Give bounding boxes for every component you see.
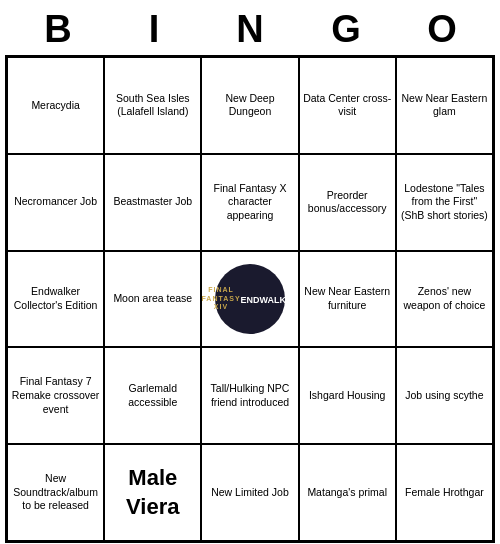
bingo-cell-r5c2: Male Viera (104, 444, 201, 541)
bingo-cell-r3c1: Endwalker Collector's Edition (7, 251, 104, 348)
bingo-cell-r3c4: New Near Eastern furniture (299, 251, 396, 348)
bingo-grid: MeracydiaSouth Sea Isles (Lalafell Islan… (5, 55, 495, 543)
bingo-cell-r5c3: New Limited Job (201, 444, 298, 541)
bingo-cell-r2c1: Necromancer Job (7, 154, 104, 251)
bingo-cell-r1c5: New Near Eastern glam (396, 57, 493, 154)
bingo-cell-r4c3: Tall/Hulking NPC friend introduced (201, 347, 298, 444)
bingo-cell-r1c1: Meracydia (7, 57, 104, 154)
bingo-cell-r4c4: Ishgard Housing (299, 347, 396, 444)
bingo-cell-r4c5: Job using scythe (396, 347, 493, 444)
bingo-cell-r3c5: Zenos' new weapon of choice (396, 251, 493, 348)
bingo-cell-r5c1: New Soundtrack/album to be released (7, 444, 104, 541)
bingo-cell-r3c2: Moon area tease (104, 251, 201, 348)
title-letter-g: G (306, 8, 386, 51)
bingo-cell-r4c1: Final Fantasy 7 Remake crossover event (7, 347, 104, 444)
title-letter-b: B (18, 8, 98, 51)
bingo-cell-r2c4: Preorder bonus/accessory (299, 154, 396, 251)
bingo-cell-r1c4: Data Center cross-visit (299, 57, 396, 154)
title-letter-o: O (402, 8, 482, 51)
bingo-cell-r5c4: Matanga's primal (299, 444, 396, 541)
bingo-cell-r1c3: New Deep Dungeon (201, 57, 298, 154)
bingo-cell-r4c2: Garlemald accessible (104, 347, 201, 444)
bingo-cell-r5c5: Female Hrothgar (396, 444, 493, 541)
bingo-cell-r1c2: South Sea Isles (Lalafell Island) (104, 57, 201, 154)
bingo-cell-r2c2: Beastmaster Job (104, 154, 201, 251)
bingo-cell-r3c3: FINAL FANTASY XIVENDWALKER (201, 251, 298, 348)
bingo-title-row: B I N G O (10, 0, 490, 55)
title-letter-i: I (114, 8, 194, 51)
bingo-cell-r2c3: Final Fantasy X character appearing (201, 154, 298, 251)
title-letter-n: N (210, 8, 290, 51)
bingo-cell-r2c5: Lodestone "Tales from the First" (ShB sh… (396, 154, 493, 251)
